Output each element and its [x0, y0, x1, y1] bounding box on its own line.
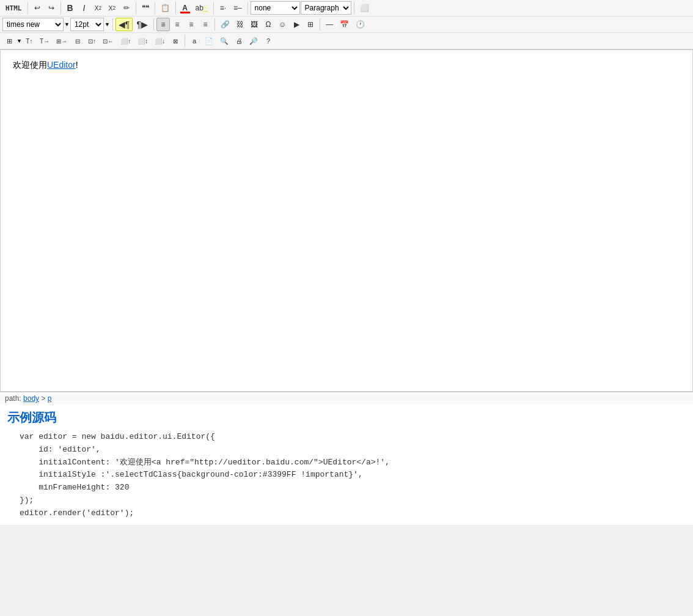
anchor-icon: a — [193, 37, 196, 45]
superscript-button[interactable]: X2 — [92, 1, 105, 15]
redo-button[interactable]: ↪ — [45, 1, 58, 15]
italic-button[interactable]: I — [78, 1, 91, 15]
ltr-icon: ¶▶ — [136, 20, 148, 29]
zoom-icon: 🔎 — [249, 37, 258, 45]
separator-9 — [112, 18, 113, 31]
separator-7 — [248, 2, 248, 14]
print-button[interactable]: 🖨 — [232, 34, 246, 48]
font-size-select[interactable]: 12pt — [70, 18, 104, 31]
editor-paragraph: 欢迎使用UEditor! — [13, 60, 680, 71]
table-align-mid-icon: ⬜↕ — [138, 38, 148, 45]
table-split-button[interactable]: ⊟ — [71, 34, 84, 48]
table-align-top-button[interactable]: ⬜↑ — [117, 34, 134, 48]
align-left-button[interactable]: ≡ — [156, 18, 170, 31]
paste-button[interactable]: 📋 — [158, 1, 173, 15]
editor-text: 欢迎使用 — [13, 60, 47, 70]
table-del-button[interactable]: ⊠ — [169, 34, 182, 48]
image-button[interactable]: 🖼 — [248, 18, 261, 31]
hr-icon: — — [326, 20, 333, 29]
ordered-list-button[interactable]: ≡· — [216, 1, 230, 15]
status-bar: path: body > p — [0, 392, 693, 405]
subscript-button[interactable]: X2 — [106, 1, 119, 15]
path-arrow: > — [41, 394, 47, 403]
image-icon: 🖼 — [251, 20, 258, 29]
undo-button[interactable]: ↩ — [31, 1, 44, 15]
copy-button[interactable]: 📄 — [202, 34, 216, 48]
paragraph-select[interactable]: Paragraph — [301, 1, 351, 15]
help-button[interactable]: ? — [262, 34, 275, 48]
calendar-icon: 📅 — [340, 20, 349, 29]
align-center-icon: ≡ — [175, 20, 179, 29]
body-link[interactable]: body — [23, 394, 39, 403]
table-col-add-button[interactable]: T→ — [37, 34, 53, 48]
eraser-button[interactable]: ✏ — [120, 1, 133, 15]
separator-6 — [213, 2, 214, 14]
toolbar: HTML ↩ ↪ B I X2 X2 ✏ ❝❝ 📋 — [0, 0, 693, 50]
font-bg-button[interactable]: ab~ — [193, 1, 211, 15]
media-icon: ▶ — [294, 20, 299, 29]
table-del-col-button[interactable]: ⊡← — [100, 34, 117, 48]
ltr-button[interactable]: ¶▶ — [133, 18, 151, 31]
undo-icon: ↩ — [34, 4, 40, 12]
separator-5 — [175, 2, 176, 14]
rtl-button[interactable]: ◀¶ — [116, 18, 133, 31]
link-button[interactable]: 🔗 — [218, 18, 233, 31]
format-select[interactable]: none Heading 1 Heading 2 Heading 3 — [251, 1, 300, 15]
unlink-button[interactable]: ⛓ — [233, 18, 247, 31]
separator-13 — [185, 35, 185, 47]
editor-link[interactable]: UEditor — [47, 60, 76, 70]
find-button[interactable]: 🔍 — [217, 34, 232, 48]
table-add-button[interactable]: ⊞ — [2, 34, 16, 48]
separator-12 — [320, 18, 320, 31]
table-row-add-button[interactable]: T↑ — [23, 34, 36, 48]
zoom-button[interactable]: 🔎 — [246, 34, 261, 48]
table-split-icon: ⊟ — [75, 38, 80, 45]
unordered-list-icon: ≡– — [233, 4, 242, 12]
media-button[interactable]: ▶ — [290, 18, 303, 31]
special-char-button[interactable]: Ω — [262, 18, 275, 31]
table-align-mid-button[interactable]: ⬜↕ — [134, 34, 151, 48]
editor-suffix: ! — [76, 60, 78, 70]
html-button[interactable]: HTML — [2, 1, 25, 15]
font-name-dropdown-icon: ▼ — [64, 21, 70, 28]
font-color-button[interactable]: A — [178, 1, 192, 15]
align-justify-button[interactable]: ≡ — [199, 18, 212, 31]
calendar-button[interactable]: 📅 — [337, 18, 352, 31]
p-link[interactable]: p — [48, 394, 52, 403]
table-align-bot-button[interactable]: ⬜↓ — [152, 34, 168, 48]
align-right-button[interactable]: ≡ — [185, 18, 198, 31]
link-icon: 🔗 — [221, 20, 230, 29]
editor-content[interactable]: 欢迎使用UEditor! — [0, 50, 693, 392]
blockquote-button[interactable]: ❝❝ — [139, 1, 152, 15]
align-justify-icon: ≡ — [203, 20, 207, 29]
hr-button[interactable]: — — [323, 18, 336, 31]
paste-icon: 📋 — [161, 4, 170, 12]
fullscreen-icon: ⬜ — [360, 4, 369, 12]
table-add-icon: ⊞ — [7, 37, 12, 45]
table-del-icon: ⊠ — [173, 38, 178, 45]
find-icon: 🔍 — [220, 37, 229, 45]
unordered-list-button[interactable]: ≡– — [230, 1, 245, 15]
print-icon: 🖨 — [236, 37, 243, 45]
redo-icon: ↪ — [48, 4, 54, 12]
font-size-dropdown-icon: ▼ — [105, 21, 110, 28]
table-button[interactable]: ⊞ — [304, 18, 317, 31]
copy-icon: 📄 — [205, 37, 213, 45]
separator-2 — [61, 2, 61, 14]
blockquote-icon: ❝❝ — [142, 4, 149, 12]
unlink-icon: ⛓ — [237, 20, 244, 29]
bold-button[interactable]: B — [64, 1, 77, 15]
table-merge-button[interactable]: ⊞→ — [53, 34, 70, 48]
font-color-icon: A — [182, 4, 188, 12]
anchor-button[interactable]: a — [188, 34, 201, 48]
emoji-button[interactable]: ☺ — [276, 18, 289, 31]
font-bg-icon: ab~ — [196, 4, 208, 12]
clock-button[interactable]: 🕐 — [353, 18, 368, 31]
source-title: 示例源码 — [7, 409, 686, 426]
fullscreen-button[interactable]: ⬜ — [357, 1, 372, 15]
font-name-select[interactable]: times new — [2, 18, 64, 31]
align-center-button[interactable]: ≡ — [170, 18, 184, 31]
toolbar-row-2: times new ▼ 12pt ▼ ◀¶ ¶▶ ≡ ≡ ≡ — [0, 16, 693, 33]
table-del-row-button[interactable]: ⊡↑ — [85, 34, 99, 48]
table-del-col-icon: ⊡← — [103, 38, 114, 45]
